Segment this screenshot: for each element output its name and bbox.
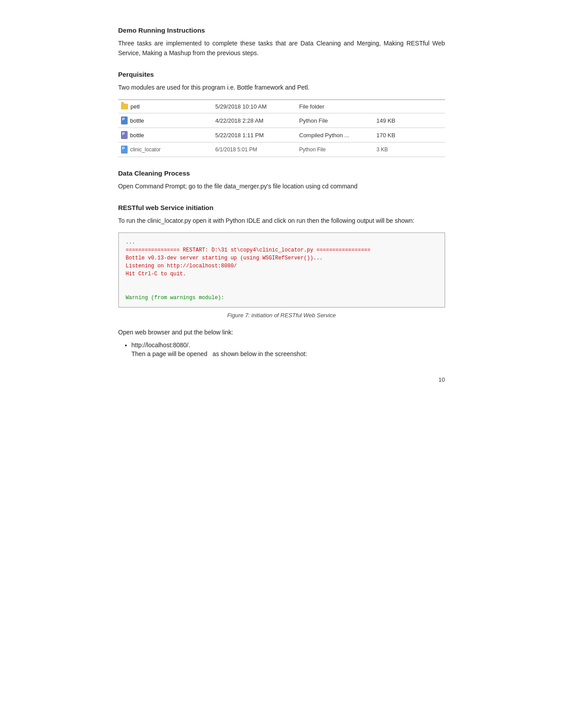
list-item: http://localhost:8080/. Then a page will… — [132, 341, 445, 357]
file-date: 5/22/2018 1:11 PM — [215, 132, 299, 139]
data-cleaning-heading: Data Cleaning Process — [118, 169, 445, 177]
bullet-sub-text: Then a page will be opened as shown belo… — [132, 350, 445, 357]
file-name-cell: clinic_locator — [118, 144, 215, 155]
code-line-3: Listening on http://localhost:8080/ — [126, 262, 438, 270]
py2-icon — [121, 146, 128, 154]
demo-heading: Demo Running Instructions — [118, 26, 445, 34]
file-name: bottle — [130, 117, 144, 124]
file-name-cell: bottle — [118, 130, 215, 140]
page-number: 10 — [438, 376, 445, 383]
bullet-text: http://localhost:8080/. — [132, 341, 190, 349]
py-icon — [121, 116, 128, 124]
data-cleaning-section: Data Cleaning Process Open Command Promp… — [118, 169, 445, 191]
file-name: petl — [131, 103, 140, 110]
perquisites-paragraph: Two modules are used for this program i.… — [118, 83, 445, 92]
code-line-4: Hit Ctrl-C to quit. — [126, 270, 438, 278]
file-name: bottle — [130, 132, 144, 139]
file-name-cell: petl — [118, 102, 215, 111]
perquisites-section: Perquisites Two modules are used for thi… — [118, 71, 445, 157]
file-type: File folder — [299, 103, 377, 110]
code-line-blank2 — [126, 286, 438, 294]
file-type: Python File — [299, 146, 377, 153]
data-cleaning-paragraph: Open Command Prompt; go to the file data… — [118, 181, 445, 191]
file-table: petl 5/29/2018 10:10 AM File folder bott… — [118, 99, 445, 157]
code-line-2: Bottle v0.13-dev server starting up (usi… — [126, 254, 438, 262]
restful-section: RESTful web Service initiation To run th… — [118, 204, 445, 358]
pyc-icon — [121, 131, 128, 139]
perquisites-heading: Perquisites — [118, 71, 445, 78]
file-name-cell: bottle — [118, 115, 215, 126]
restful-heading: RESTful web Service initiation — [118, 204, 445, 211]
table-row: clinic_locator 6/1/2018 5:01 PM Python F… — [118, 143, 445, 157]
file-date: 6/1/2018 5:01 PM — [215, 146, 299, 153]
code-line-dots: ... — [126, 238, 438, 246]
code-block: ... ================= RESTART: D:\31 st\… — [118, 233, 445, 308]
file-type: Python File — [299, 117, 377, 124]
file-date: 5/29/2018 10:10 AM — [215, 103, 299, 110]
demo-paragraph: Three tasks are implemented to complete … — [118, 38, 445, 58]
code-line-blank — [126, 278, 438, 286]
folder-icon — [121, 104, 128, 109]
demo-section: Demo Running Instructions Three tasks ar… — [118, 26, 445, 58]
file-size: 170 KB — [377, 132, 412, 139]
code-line-restart: ================= RESTART: D:\31 st\copy… — [126, 246, 438, 254]
code-line-warning: Warning (from warnings module): — [126, 294, 438, 302]
figure-caption: Figure 7: initiation of RESTful Web Serv… — [118, 311, 445, 320]
table-row: petl 5/29/2018 10:10 AM File folder — [118, 100, 445, 113]
table-row: bottle 5/22/2018 1:11 PM Compiled Python… — [118, 128, 445, 143]
file-name: clinic_locator — [130, 146, 161, 153]
file-type: Compiled Python ... — [299, 132, 377, 139]
file-size: 149 KB — [377, 117, 412, 124]
restful-paragraph: To run the clinic_locator.py open it wit… — [118, 216, 445, 225]
bullet-list: http://localhost:8080/. Then a page will… — [132, 341, 445, 357]
file-size: 3 KB — [377, 146, 412, 153]
table-row: bottle 4/22/2018 2:28 AM Python File 149… — [118, 113, 445, 128]
browser-paragraph: Open web browser and put the below link: — [118, 327, 445, 337]
file-date: 4/22/2018 2:28 AM — [215, 117, 299, 124]
